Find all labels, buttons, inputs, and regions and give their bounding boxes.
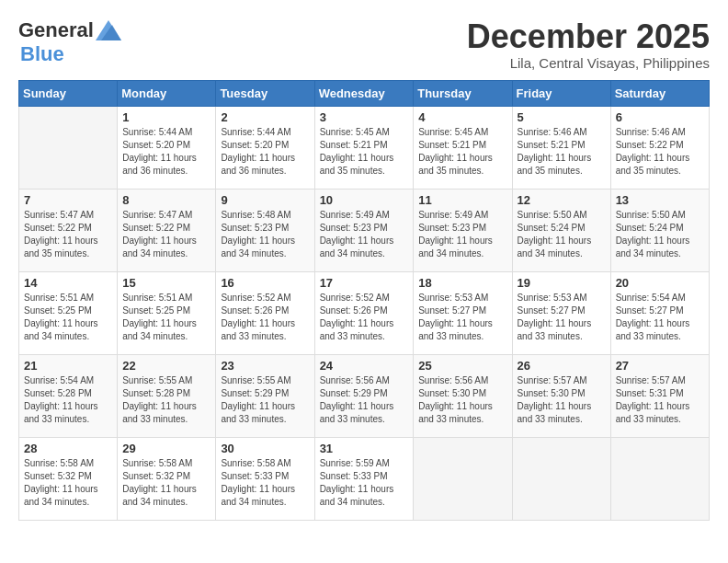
day-info: Sunrise: 5:46 AMSunset: 5:21 PMDaylight:…: [518, 126, 606, 178]
calendar-cell: 4Sunrise: 5:45 AMSunset: 5:21 PMDaylight…: [414, 106, 512, 189]
day-info: Sunrise: 5:49 AMSunset: 5:23 PMDaylight:…: [320, 209, 409, 260]
day-number: 18: [418, 276, 506, 290]
day-info: Sunrise: 5:54 AMSunset: 5:27 PMDaylight:…: [616, 292, 704, 343]
calendar-cell: 2Sunrise: 5:44 AMSunset: 5:20 PMDaylight…: [216, 106, 314, 189]
day-number: 1: [122, 110, 210, 124]
day-number: 3: [320, 110, 409, 124]
day-info: Sunrise: 5:57 AMSunset: 5:30 PMDaylight:…: [518, 374, 606, 426]
calendar-cell: 20Sunrise: 5:54 AMSunset: 5:27 PMDayligh…: [610, 271, 709, 354]
day-number: 31: [320, 442, 409, 455]
weekday-wednesday: Wednesday: [314, 80, 414, 106]
day-number: 16: [221, 276, 309, 290]
day-info: Sunrise: 5:51 AMSunset: 5:25 PMDaylight:…: [122, 292, 210, 343]
day-number: 13: [616, 193, 704, 207]
calendar-cell: 21Sunrise: 5:54 AMSunset: 5:28 PMDayligh…: [19, 354, 118, 437]
calendar-cell: [414, 437, 512, 520]
calendar-body: 1Sunrise: 5:44 AMSunset: 5:20 PMDaylight…: [19, 106, 710, 520]
calendar-cell: 17Sunrise: 5:52 AMSunset: 5:26 PMDayligh…: [314, 271, 414, 354]
day-info: Sunrise: 5:53 AMSunset: 5:27 PMDaylight:…: [418, 292, 506, 343]
calendar-cell: 24Sunrise: 5:56 AMSunset: 5:29 PMDayligh…: [314, 354, 414, 437]
weekday-header-row: SundayMondayTuesdayWednesdayThursdayFrid…: [19, 80, 710, 106]
calendar-cell: 11Sunrise: 5:49 AMSunset: 5:23 PMDayligh…: [414, 189, 512, 271]
calendar-week-1: 1Sunrise: 5:44 AMSunset: 5:20 PMDaylight…: [19, 106, 710, 189]
calendar-cell: 13Sunrise: 5:50 AMSunset: 5:24 PMDayligh…: [610, 189, 709, 271]
weekday-thursday: Thursday: [414, 80, 512, 106]
calendar-cell: 19Sunrise: 5:53 AMSunset: 5:27 PMDayligh…: [512, 271, 610, 354]
weekday-sunday: Sunday: [19, 80, 118, 106]
day-info: Sunrise: 5:58 AMSunset: 5:33 PMDaylight:…: [221, 457, 309, 509]
day-info: Sunrise: 5:49 AMSunset: 5:23 PMDaylight:…: [418, 209, 506, 260]
logo-blue-text: Blue: [20, 42, 64, 65]
calendar-cell: 29Sunrise: 5:58 AMSunset: 5:32 PMDayligh…: [118, 437, 216, 520]
location-subtitle: Lila, Central Visayas, Philippines: [467, 55, 710, 71]
day-info: Sunrise: 5:44 AMSunset: 5:20 PMDaylight:…: [221, 126, 309, 178]
day-info: Sunrise: 5:53 AMSunset: 5:27 PMDaylight:…: [518, 292, 606, 343]
day-info: Sunrise: 5:47 AMSunset: 5:22 PMDaylight:…: [122, 209, 210, 260]
logo-general-text: General: [18, 18, 94, 42]
day-info: Sunrise: 5:44 AMSunset: 5:20 PMDaylight:…: [122, 126, 210, 178]
calendar-week-3: 14Sunrise: 5:51 AMSunset: 5:25 PMDayligh…: [19, 271, 710, 354]
calendar-cell: 9Sunrise: 5:48 AMSunset: 5:23 PMDaylight…: [216, 189, 314, 271]
calendar-cell: [19, 106, 118, 189]
calendar-cell: 10Sunrise: 5:49 AMSunset: 5:23 PMDayligh…: [314, 189, 414, 271]
day-number: 6: [616, 110, 704, 124]
day-number: 26: [518, 359, 606, 373]
day-number: 5: [518, 110, 606, 124]
day-number: 24: [320, 359, 409, 373]
day-number: 2: [221, 110, 309, 124]
day-info: Sunrise: 5:45 AMSunset: 5:21 PMDaylight:…: [320, 126, 409, 178]
page-header: General Blue December 2025 Lila, Central…: [18, 18, 710, 71]
weekday-friday: Friday: [512, 80, 610, 106]
day-info: Sunrise: 5:56 AMSunset: 5:30 PMDaylight:…: [418, 374, 506, 426]
day-info: Sunrise: 5:52 AMSunset: 5:26 PMDaylight:…: [221, 292, 309, 343]
calendar-cell: 8Sunrise: 5:47 AMSunset: 5:22 PMDaylight…: [118, 189, 216, 271]
calendar-cell: [610, 437, 709, 520]
calendar-cell: 31Sunrise: 5:59 AMSunset: 5:33 PMDayligh…: [314, 437, 414, 520]
logo-icon: [96, 20, 121, 40]
calendar-week-2: 7Sunrise: 5:47 AMSunset: 5:22 PMDaylight…: [19, 189, 710, 271]
calendar-cell: 7Sunrise: 5:47 AMSunset: 5:22 PMDaylight…: [19, 189, 118, 271]
day-info: Sunrise: 5:54 AMSunset: 5:28 PMDaylight:…: [24, 374, 112, 426]
day-number: 28: [24, 442, 112, 455]
day-info: Sunrise: 5:50 AMSunset: 5:24 PMDaylight:…: [518, 209, 606, 260]
calendar-cell: 25Sunrise: 5:56 AMSunset: 5:30 PMDayligh…: [414, 354, 512, 437]
calendar-cell: 12Sunrise: 5:50 AMSunset: 5:24 PMDayligh…: [512, 189, 610, 271]
calendar-cell: 5Sunrise: 5:46 AMSunset: 5:21 PMDaylight…: [512, 106, 610, 189]
day-number: 21: [24, 359, 112, 373]
day-info: Sunrise: 5:52 AMSunset: 5:26 PMDaylight:…: [320, 292, 409, 343]
day-info: Sunrise: 5:48 AMSunset: 5:23 PMDaylight:…: [221, 209, 309, 260]
day-info: Sunrise: 5:51 AMSunset: 5:25 PMDaylight:…: [24, 292, 112, 343]
day-info: Sunrise: 5:58 AMSunset: 5:32 PMDaylight:…: [24, 457, 112, 509]
weekday-saturday: Saturday: [610, 80, 709, 106]
day-number: 20: [616, 276, 704, 290]
day-number: 23: [221, 359, 309, 373]
calendar-table: SundayMondayTuesdayWednesdayThursdayFrid…: [18, 80, 710, 521]
weekday-tuesday: Tuesday: [216, 80, 314, 106]
calendar-cell: 1Sunrise: 5:44 AMSunset: 5:20 PMDaylight…: [118, 106, 216, 189]
day-number: 25: [418, 359, 506, 373]
day-number: 9: [221, 193, 309, 207]
day-number: 8: [122, 193, 210, 207]
calendar-cell: 6Sunrise: 5:46 AMSunset: 5:22 PMDaylight…: [610, 106, 709, 189]
calendar-week-5: 28Sunrise: 5:58 AMSunset: 5:32 PMDayligh…: [19, 437, 710, 520]
day-number: 22: [122, 359, 210, 373]
calendar-cell: 22Sunrise: 5:55 AMSunset: 5:28 PMDayligh…: [118, 354, 216, 437]
day-info: Sunrise: 5:58 AMSunset: 5:32 PMDaylight:…: [122, 457, 210, 509]
title-area: December 2025 Lila, Central Visayas, Phi…: [467, 18, 710, 71]
day-number: 29: [122, 442, 210, 455]
day-number: 14: [24, 276, 112, 290]
day-number: 10: [320, 193, 409, 207]
day-info: Sunrise: 5:56 AMSunset: 5:29 PMDaylight:…: [320, 374, 409, 426]
day-number: 17: [320, 276, 409, 290]
calendar-cell: 23Sunrise: 5:55 AMSunset: 5:29 PMDayligh…: [216, 354, 314, 437]
weekday-monday: Monday: [118, 80, 216, 106]
day-number: 4: [418, 110, 506, 124]
day-number: 27: [616, 359, 704, 373]
day-number: 19: [518, 276, 606, 290]
day-info: Sunrise: 5:55 AMSunset: 5:28 PMDaylight:…: [122, 374, 210, 426]
day-info: Sunrise: 5:55 AMSunset: 5:29 PMDaylight:…: [221, 374, 309, 426]
calendar-cell: 26Sunrise: 5:57 AMSunset: 5:30 PMDayligh…: [512, 354, 610, 437]
day-info: Sunrise: 5:59 AMSunset: 5:33 PMDaylight:…: [320, 457, 409, 509]
calendar-cell: 3Sunrise: 5:45 AMSunset: 5:21 PMDaylight…: [314, 106, 414, 189]
month-title: December 2025: [467, 18, 710, 55]
